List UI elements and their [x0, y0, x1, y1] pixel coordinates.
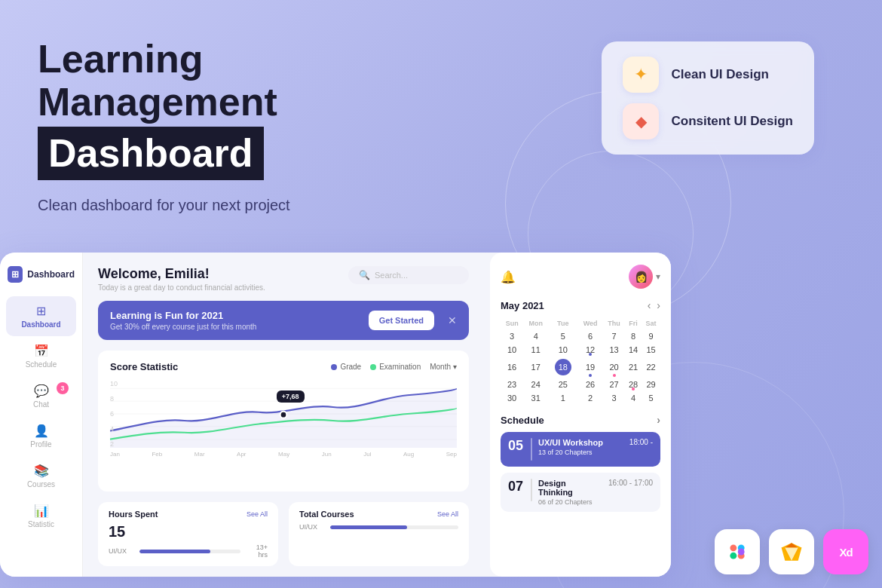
calendar-day[interactable]: 18 — [548, 357, 577, 378]
calendar-day[interactable]: 2 — [577, 391, 603, 405]
welcome-title: Welcome, Emilia! — [98, 266, 265, 282]
x-apr: Apr — [237, 451, 246, 458]
get-started-button[interactable]: Get Started — [369, 311, 434, 330]
main-header: Welcome, Emilia! Today is a great day to… — [98, 266, 469, 292]
calendar-day[interactable]: 11 — [523, 343, 548, 357]
tool-icons-row: Xd — [715, 529, 868, 574]
sidebar-label-chat: Chat — [33, 400, 49, 409]
schedule-time-2: 16:00 - 17:00 — [608, 479, 653, 487]
calendar-day[interactable]: 5 — [548, 329, 577, 343]
calendar-day[interactable]: 28 — [625, 378, 642, 391]
sidebar-item-courses[interactable]: 📚 Courses — [0, 456, 82, 496]
cal-header-wed: Wed — [577, 317, 603, 329]
calendar-day[interactable]: 14 — [625, 343, 642, 357]
chart-tooltip: +7,68 — [277, 390, 305, 403]
calendar-day[interactable]: 6 — [577, 329, 603, 343]
calendar-day[interactable]: 27 — [603, 378, 625, 391]
calendar-day[interactable]: 4 — [523, 329, 548, 343]
cal-header-fri: Fri — [625, 317, 642, 329]
dashboard-icon: ⊞ — [36, 304, 46, 318]
svg-point-10 — [738, 549, 745, 556]
calendar-day[interactable]: 15 — [642, 343, 660, 357]
calendar-next-button[interactable]: › — [657, 299, 660, 311]
banner-title: Learning is Fun for 2021 — [110, 310, 256, 321]
calendar-day[interactable]: 7 — [603, 329, 625, 343]
cal-header-tue: Tue — [548, 317, 577, 329]
calendar-day[interactable]: 23 — [501, 378, 523, 391]
courses-title: Total Courses — [299, 510, 354, 519]
notification-icon[interactable]: 🔔 — [501, 270, 516, 284]
search-bar[interactable]: 🔍 Search... — [348, 266, 469, 284]
avatar-chevron: ▾ — [656, 271, 660, 282]
x-may: May — [278, 451, 289, 458]
calendar-day[interactable]: 22 — [642, 357, 660, 378]
hours-bar-val: 13+ hrs — [245, 544, 268, 559]
calendar-day[interactable]: 20 — [603, 357, 625, 378]
courses-icon: 📚 — [34, 464, 49, 478]
feature-cards-panel: ✦ Clean UI Design ◆ Consitent UI Design — [602, 41, 814, 155]
calendar-day[interactable]: 17 — [523, 357, 548, 378]
sidebar-label-schedule: Schedule — [26, 360, 57, 369]
calendar-day[interactable]: 5 — [642, 391, 660, 405]
calendar-day[interactable]: 26 — [577, 378, 603, 391]
filter-label: Month — [430, 363, 451, 371]
dashboard-card: ⊞ Dashboard ⊞ Dashboard 📅 Schedule 💬 Cha… — [0, 253, 671, 577]
sidebar-item-chat[interactable]: 💬 Chat 3 — [0, 376, 82, 416]
x-jun: Jun — [322, 451, 332, 458]
calendar-day[interactable]: 21 — [625, 357, 642, 378]
sidebar-label-profile: Profile — [30, 440, 51, 449]
calendar-prev-button[interactable]: ‹ — [648, 299, 651, 311]
cal-header-thu: Thu — [603, 317, 625, 329]
schedule-item-2[interactable]: 07 Design Thinking 06 of 20 Chapters 16:… — [501, 473, 660, 512]
calendar-day[interactable]: 4 — [625, 391, 642, 405]
schedule-name-1: UX/UI Workshop — [538, 438, 623, 447]
calendar-day[interactable]: 29 — [642, 378, 660, 391]
hours-see-all[interactable]: See All — [247, 510, 268, 518]
calendar-grid: Sun Mon Tue Wed Thu Fri Sat 345678910111… — [501, 317, 660, 405]
sidebar-item-dashboard[interactable]: ⊞ Dashboard — [6, 296, 76, 336]
feature-item-1: ✦ Clean UI Design — [623, 57, 793, 93]
cal-header-sat: Sat — [642, 317, 660, 329]
banner-text: Learning is Fun for 2021 Get 30% off eve… — [110, 310, 256, 331]
chart-area: +7,68 10 8 6 4 2 — [110, 380, 457, 448]
calendar-day[interactable]: 30 — [501, 391, 523, 405]
calendar-day[interactable]: 13 — [603, 343, 625, 357]
courses-bar-row: UI/UX — [299, 523, 458, 531]
schedule-item-1[interactable]: 05 UX/UI Workshop 13 of 20 Chapters 18:0… — [501, 432, 660, 467]
calendar-day[interactable]: 8 — [625, 329, 642, 343]
sidebar-item-schedule[interactable]: 📅 Schedule — [0, 336, 82, 376]
calendar-day[interactable]: 25 — [548, 378, 577, 391]
courses-bar-label: UI/UX — [299, 523, 326, 531]
calendar-day[interactable]: 10 — [501, 343, 523, 357]
calendar-day[interactable]: 12 — [577, 343, 603, 357]
calendar-day[interactable]: 9 — [642, 329, 660, 343]
banner-subtitle: Get 30% off every course just for this m… — [110, 323, 256, 331]
calendar-day[interactable]: 1 — [548, 391, 577, 405]
chart-filter[interactable]: Month ▾ — [430, 363, 457, 371]
welcome-block: Welcome, Emilia! Today is a great day to… — [98, 266, 265, 292]
sidebar-item-statistic[interactable]: 📊 Statistic — [0, 496, 82, 536]
welcome-subtitle: Today is a great day to conduct financia… — [98, 283, 265, 292]
calendar-day[interactable]: 24 — [523, 378, 548, 391]
calendar-day[interactable]: 10 — [548, 343, 577, 357]
chart-title: Score Statistic — [110, 361, 178, 372]
courses-bar-track — [330, 525, 458, 529]
schedule-divider-1 — [531, 438, 532, 461]
courses-see-all[interactable]: See All — [437, 510, 458, 518]
calendar-day[interactable]: 31 — [523, 391, 548, 405]
banner-close-button[interactable]: ✕ — [448, 314, 457, 326]
hero-subtitle: Clean dashboard for your next project — [38, 194, 445, 216]
schedule-icon: 📅 — [34, 344, 49, 358]
user-avatar-wrap[interactable]: 👩 ▾ — [629, 265, 660, 289]
hours-value: 15 — [109, 523, 268, 541]
calendar-day[interactable]: 3 — [603, 391, 625, 405]
chart-x-axis: Jan Feb Mar Apr May Jun Jul Aug Sep — [110, 451, 457, 458]
schedule-progress-2: 06 of 20 Chapters — [538, 498, 602, 506]
total-courses-card: Total Courses See All UI/UX — [289, 502, 469, 566]
calendar-day[interactable]: 16 — [501, 357, 523, 378]
calendar-day[interactable]: 3 — [501, 329, 523, 343]
calendar-day[interactable]: 19 — [577, 357, 603, 378]
cal-header-mon: Mon — [523, 317, 548, 329]
sidebar-logo-icon: ⊞ — [8, 266, 23, 283]
sidebar-item-profile[interactable]: 👤 Profile — [0, 416, 82, 456]
